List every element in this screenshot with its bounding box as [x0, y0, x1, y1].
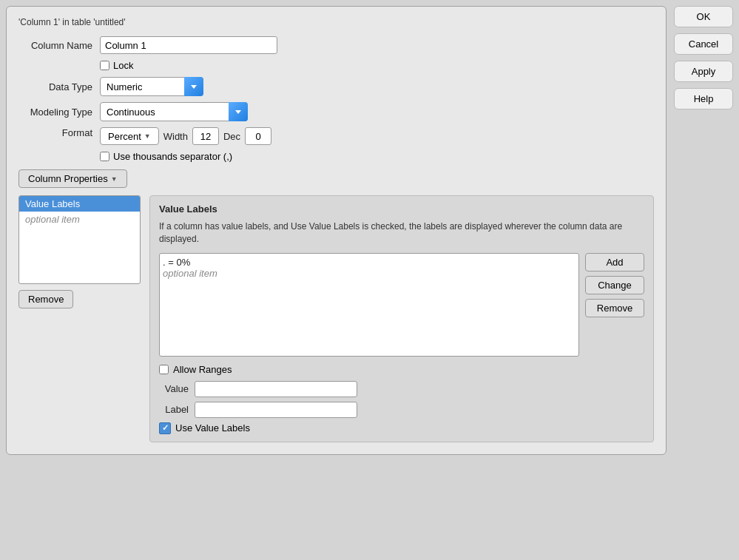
label-input-row: Label	[159, 402, 644, 418]
dialog-container: 'Column 1' in table 'untitled' Column Na…	[6, 6, 733, 455]
width-label: Width	[163, 131, 188, 142]
add-button[interactable]: Add	[585, 253, 644, 271]
lower-section: Value Labels optional item Remove Value …	[18, 195, 654, 442]
thousands-checkbox[interactable]	[100, 152, 109, 161]
list-item-optional[interactable]: optional item	[19, 212, 140, 227]
dec-input[interactable]	[245, 127, 271, 145]
use-value-labels-label: Use Value Labels	[175, 422, 250, 434]
use-value-labels-checkbox[interactable]	[159, 422, 171, 434]
cancel-button[interactable]: Cancel	[674, 33, 733, 55]
allow-ranges-label: Allow Ranges	[173, 364, 232, 375]
value-list-box[interactable]: . = 0% optional item	[159, 253, 579, 357]
help-button[interactable]: Help	[674, 88, 733, 109]
allow-ranges-checkbox[interactable]	[159, 365, 169, 374]
data-type-select-wrapper: Numeric String Date	[100, 77, 203, 96]
width-input[interactable]	[192, 127, 219, 145]
value-label: Value	[159, 383, 189, 394]
use-value-labels-row: Use Value Labels	[159, 422, 644, 434]
format-label: Format	[18, 127, 100, 138]
description-text: If a column has value labels, and Use Va…	[159, 220, 644, 246]
value-list-item-1[interactable]: optional item	[163, 268, 576, 279]
list-item-value-labels[interactable]: Value Labels	[19, 196, 140, 212]
left-list-panel: Value Labels optional item Remove	[18, 195, 141, 442]
value-list-item-0[interactable]: . = 0%	[163, 257, 576, 268]
lock-checkbox[interactable]	[100, 61, 109, 70]
label-label: Label	[159, 404, 189, 415]
allow-ranges-row: Allow Ranges	[159, 364, 644, 375]
dec-label: Dec	[223, 131, 240, 142]
modeling-type-row: Modeling Type Continuous Nominal Ordinal	[18, 102, 654, 121]
value-labels-buttons: Add Change Remove	[585, 253, 644, 357]
lock-row: Lock	[100, 60, 654, 71]
format-row: Percent Width Dec	[100, 127, 271, 145]
modeling-type-label: Modeling Type	[18, 107, 100, 118]
modeling-type-select-wrapper: Continuous Nominal Ordinal	[100, 102, 248, 121]
data-type-label: Data Type	[18, 81, 100, 92]
label-input[interactable]	[195, 402, 357, 418]
data-type-row: Data Type Numeric String Date	[18, 77, 654, 96]
value-labels-area: . = 0% optional item Add Change Remove	[159, 253, 644, 357]
dialog-title: 'Column 1' in table 'untitled'	[18, 17, 654, 27]
right-remove-button[interactable]: Remove	[585, 299, 644, 317]
format-section: Format Percent Width Dec	[18, 127, 654, 145]
modeling-type-select[interactable]: Continuous Nominal Ordinal	[100, 102, 248, 121]
format-type-button[interactable]: Percent	[100, 127, 159, 145]
main-panel: 'Column 1' in table 'untitled' Column Na…	[6, 6, 667, 455]
thousands-row: Use thousands separator (,)	[100, 151, 654, 162]
column-properties-list[interactable]: Value Labels optional item	[18, 195, 141, 284]
column-properties-button[interactable]: Column Properties	[18, 169, 127, 188]
thousands-label: Use thousands separator (,)	[113, 151, 232, 162]
column-name-label: Column Name	[18, 40, 100, 51]
data-type-select[interactable]: Numeric String Date	[100, 77, 203, 96]
right-panel: Value Labels If a column has value label…	[149, 195, 654, 442]
ok-button[interactable]: OK	[674, 6, 733, 27]
value-input[interactable]	[195, 381, 357, 397]
left-remove-button[interactable]: Remove	[18, 290, 73, 308]
change-button[interactable]: Change	[585, 276, 644, 294]
apply-button[interactable]: Apply	[674, 61, 733, 82]
value-input-row: Value	[159, 381, 644, 397]
column-name-input[interactable]	[100, 36, 277, 54]
format-controls: Percent Width Dec	[100, 127, 271, 145]
side-buttons: OK Cancel Apply Help	[674, 6, 733, 455]
column-name-row: Column Name	[18, 36, 654, 54]
right-panel-title: Value Labels	[159, 203, 644, 215]
lock-label: Lock	[113, 60, 133, 71]
